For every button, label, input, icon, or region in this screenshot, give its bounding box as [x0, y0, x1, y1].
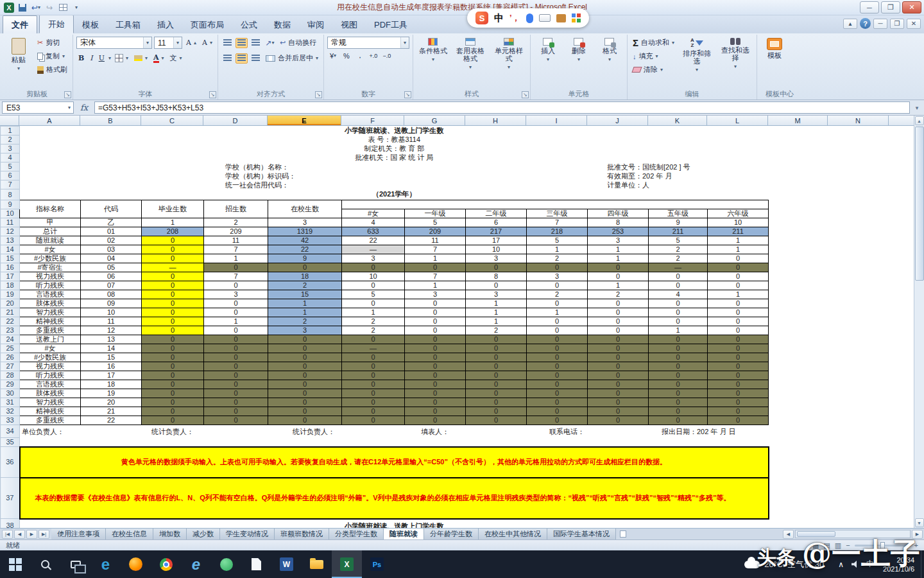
value-cell[interactable]: 1 — [268, 299, 342, 308]
value-cell[interactable]: 0 — [142, 416, 204, 425]
indicator-code[interactable]: 07 — [81, 281, 142, 290]
row-header-19[interactable]: 19 — [1, 290, 20, 299]
value-cell[interactable]: 0 — [708, 335, 769, 344]
indicator-name[interactable]: 送教上门 — [20, 335, 81, 344]
indicator-name[interactable]: 听力残疾 — [20, 371, 81, 380]
column-header-M[interactable]: M — [768, 116, 828, 125]
table-header-六年级[interactable]: 六年级 — [708, 209, 769, 218]
indicator-code[interactable]: 02 — [81, 236, 142, 245]
value-cell[interactable]: 0 — [204, 416, 268, 425]
indicator-name[interactable]: 随班就读 — [20, 236, 81, 245]
row-header-1[interactable]: 1 — [1, 127, 20, 136]
value-cell[interactable]: 0 — [142, 353, 204, 362]
value-cell[interactable]: 0 — [708, 254, 769, 263]
signature-row[interactable]: 单位负责人：统计负责人：统计负责人：填表人：联系电话：报出日期：202 年 月 … — [20, 425, 889, 438]
value-cell[interactable]: 0 — [342, 362, 405, 371]
cell[interactable] — [769, 254, 889, 263]
warning-note-2[interactable]: 本表的数据需要《在校生信息》表有信息行的L、N、Q列不能有空白格。Q列是外籍学生… — [20, 478, 769, 519]
ribbon-tab-文件[interactable]: 文件 — [3, 15, 37, 33]
value-cell[interactable]: 0 — [588, 398, 649, 407]
value-cell[interactable]: 1 — [268, 308, 342, 317]
taskbar-start-button[interactable] — [0, 550, 30, 578]
value-cell[interactable]: 0 — [204, 344, 268, 353]
value-cell[interactable]: 0 — [527, 416, 588, 425]
value-cell[interactable]: 0 — [708, 317, 769, 326]
value-cell[interactable]: 15 — [268, 290, 342, 299]
cell[interactable] — [769, 227, 889, 236]
value-cell[interactable]: 2 — [588, 290, 649, 299]
copy-button[interactable]: 复制▾ — [35, 50, 69, 62]
formula-input[interactable]: =G53+H53+I53+J53+K53+L53 — [94, 101, 910, 114]
cell[interactable] — [769, 326, 889, 335]
workbook-close-button[interactable]: ✕ — [907, 19, 921, 29]
value-cell[interactable]: 2 — [268, 317, 342, 326]
value-cell[interactable]: 0 — [588, 344, 649, 353]
taskbar-doc-button[interactable] — [241, 550, 271, 578]
value-cell[interactable]: 5 — [649, 236, 708, 245]
increase-decimal-button[interactable]: +.0 — [368, 50, 379, 61]
value-cell[interactable]: 0 — [466, 416, 527, 425]
font-family-select[interactable]: 宋体▾ — [76, 37, 152, 49]
indicator-code[interactable]: 10 — [81, 308, 142, 317]
value-cell[interactable]: 0 — [405, 344, 466, 353]
column-header-A[interactable]: A — [19, 116, 80, 125]
value-cell[interactable]: 11 — [204, 236, 268, 245]
row-header-26[interactable]: 26 — [1, 353, 20, 362]
indicator-name[interactable]: 言语残疾 — [20, 380, 81, 389]
table-tool-button[interactable] — [58, 2, 68, 13]
value-cell[interactable]: 0 — [708, 281, 769, 290]
value-cell[interactable]: 2 — [527, 254, 588, 263]
value-cell[interactable]: 0 — [649, 362, 708, 371]
value-cell[interactable]: 1 — [588, 281, 649, 290]
value-cell[interactable]: 0 — [268, 380, 342, 389]
taskbar-word-button[interactable]: W — [271, 550, 302, 578]
ribbon-tab-视图[interactable]: 视图 — [332, 16, 366, 33]
value-cell[interactable]: 0 — [588, 326, 649, 335]
cut-button[interactable]: ✂剪切 — [35, 37, 69, 49]
align-right-button[interactable] — [250, 53, 262, 64]
value-cell[interactable]: 0 — [204, 380, 268, 389]
table-header-指标名称[interactable]: 指标名称 — [20, 200, 81, 218]
indicator-name[interactable]: #少数民族 — [20, 254, 81, 263]
show-desktop-button[interactable] — [921, 550, 924, 578]
cell[interactable] — [769, 344, 889, 353]
row-header-2[interactable]: 2 — [1, 136, 20, 144]
value-cell[interactable]: 0 — [342, 353, 405, 362]
align-bottom-button[interactable] — [250, 38, 262, 48]
ordinal-6[interactable]: 4 — [342, 218, 405, 227]
select-all-corner[interactable] — [0, 116, 19, 125]
ordinal-7[interactable]: 5 — [405, 218, 466, 227]
table-header-一年级[interactable]: 一年级 — [405, 209, 466, 218]
indicator-name[interactable]: 智力残疾 — [20, 398, 81, 407]
cell[interactable] — [769, 200, 889, 218]
value-cell[interactable]: 1 — [527, 245, 588, 254]
indicator-code[interactable]: 13 — [81, 335, 142, 344]
indicator-code[interactable]: 15 — [81, 353, 142, 362]
customize-qat-button[interactable]: ▾ — [71, 2, 81, 13]
indicator-name[interactable]: #女 — [20, 245, 81, 254]
row-header-18[interactable]: 18 — [1, 281, 20, 290]
value-cell[interactable]: 0 — [142, 317, 204, 326]
value-cell[interactable]: 0 — [708, 362, 769, 371]
value-cell[interactable]: 0 — [649, 380, 708, 389]
value-cell[interactable]: 0 — [588, 272, 649, 281]
align-left-button[interactable] — [221, 53, 234, 64]
cell[interactable] — [769, 416, 889, 425]
row-header-33[interactable]: 33 — [1, 416, 20, 425]
value-cell[interactable]: 0 — [466, 371, 527, 380]
cell[interactable] — [769, 290, 889, 299]
indicator-code[interactable]: 08 — [81, 290, 142, 299]
table-header-在校生数[interactable]: 在校生数 — [268, 200, 342, 218]
clear-button[interactable]: 清除▾ — [631, 64, 676, 76]
ribbon-tab-页面布局[interactable]: 页面布局 — [182, 16, 232, 33]
value-cell[interactable]: 0 — [268, 398, 342, 407]
value-cell[interactable]: 0 — [588, 317, 649, 326]
value-cell[interactable]: 0 — [708, 371, 769, 380]
column-header-L[interactable]: L — [707, 116, 768, 125]
value-cell[interactable]: 0 — [708, 326, 769, 335]
value-cell[interactable]: 0 — [342, 371, 405, 380]
value-cell[interactable]: 0 — [588, 362, 649, 371]
sort-filter-button[interactable]: AZ 排序和筛选▾ — [679, 37, 715, 75]
indicator-code[interactable]: 04 — [81, 254, 142, 263]
value-cell[interactable]: 3 — [204, 290, 268, 299]
